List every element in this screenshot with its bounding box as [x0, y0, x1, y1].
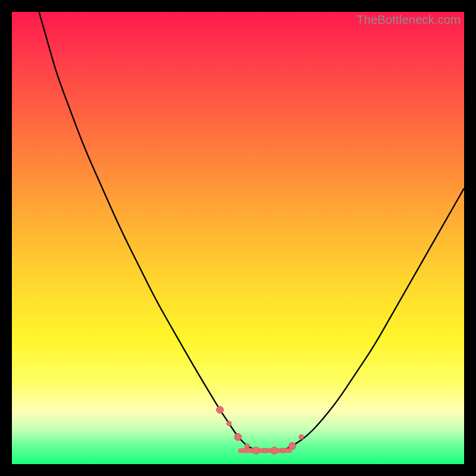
- curve-marker: [245, 444, 249, 449]
- curve-marker: [263, 448, 268, 453]
- watermark-text: TheBottleneck.com: [356, 13, 461, 27]
- curve-marker: [289, 443, 296, 450]
- chart-svg: [12, 12, 464, 464]
- curve-marker: [281, 448, 286, 453]
- curve-marker: [271, 447, 278, 454]
- curve-marker: [217, 406, 224, 414]
- curve-marker: [227, 421, 231, 426]
- curve-marker: [234, 433, 242, 440]
- chart-background: [12, 12, 464, 464]
- chart-frame: TheBottleneck.com: [12, 12, 464, 464]
- curve-marker: [299, 434, 303, 439]
- curve-marker: [252, 447, 259, 454]
